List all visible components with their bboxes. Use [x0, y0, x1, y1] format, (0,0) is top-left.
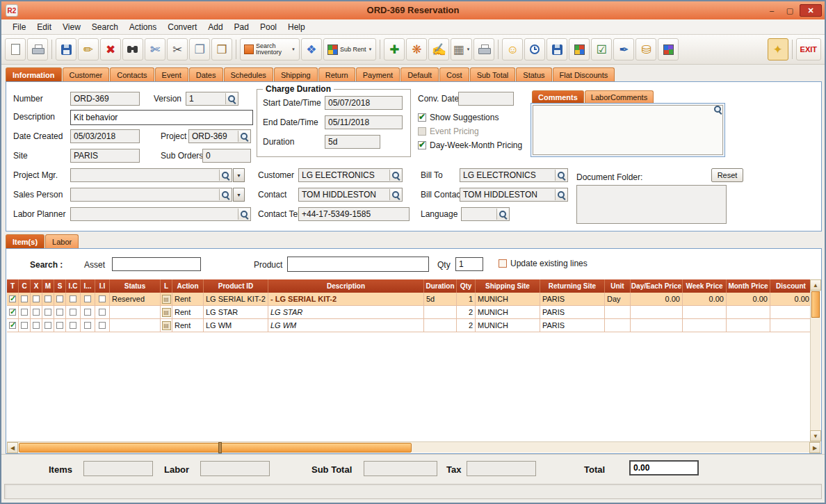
row-checkbox[interactable]	[21, 309, 28, 316]
row-checkbox[interactable]	[56, 322, 63, 329]
cut-line-button[interactable]: ✄	[145, 38, 165, 60]
labor-planner-search-button[interactable]	[238, 209, 250, 220]
scroll-right-button[interactable]: ▶	[809, 442, 820, 453]
row-checkbox[interactable]	[33, 295, 40, 302]
show-suggestions-checkbox[interactable]: Show Suggestions	[418, 113, 499, 122]
sales-person-field[interactable]	[70, 188, 232, 202]
add-line-button[interactable]: ✚	[384, 38, 405, 60]
line-detail-icon[interactable]: ▤	[162, 321, 171, 330]
horizontal-scroll-thumb[interactable]	[19, 443, 412, 453]
tab-customer[interactable]: Customer	[63, 67, 110, 81]
tab-return[interactable]: Return	[318, 67, 355, 81]
crew-button[interactable]: ❋	[406, 38, 427, 60]
copy-button[interactable]: ❐	[189, 38, 210, 60]
menu-item-search[interactable]: Search	[86, 20, 124, 34]
tab-item-s[interactable]: Item(s)	[6, 234, 44, 248]
tab-dates[interactable]: Dates	[189, 67, 223, 81]
row-checkbox[interactable]	[44, 322, 51, 329]
contact-tel-field[interactable]: +44-17-5349-1585	[298, 207, 410, 221]
date-created-field[interactable]: 05/03/2018	[70, 129, 140, 143]
dropdown-arrow-icon[interactable]: ▼	[368, 47, 372, 51]
utilities-button[interactable]	[569, 38, 590, 60]
new-document-button[interactable]	[5, 38, 26, 60]
row-checkbox[interactable]	[21, 295, 28, 302]
tab-schedules[interactable]: Schedules	[224, 67, 273, 81]
site-field[interactable]: PARIS	[70, 149, 140, 163]
close-button[interactable]: ✕	[800, 4, 822, 17]
qty-input[interactable]: 1	[455, 257, 483, 271]
tab-laborcomments[interactable]: LaborComments	[585, 90, 654, 103]
row-checkbox[interactable]	[99, 309, 106, 316]
sub-orders-field[interactable]: 0	[202, 149, 251, 163]
menu-item-file[interactable]: File	[7, 20, 31, 34]
conv-date-field[interactable]	[458, 92, 514, 106]
column-header-0[interactable]: T	[7, 279, 19, 293]
column-header-18[interactable]: Day/Each Price	[631, 279, 683, 293]
bill-to-search-button[interactable]	[555, 170, 567, 181]
column-header-4[interactable]: S	[54, 279, 66, 293]
comments-search-icon[interactable]	[714, 106, 722, 113]
document-folder-box[interactable]	[576, 185, 727, 224]
column-header-10[interactable]: Action	[172, 279, 204, 293]
event-pricing-checkbox[interactable]: Event Pricing	[418, 127, 479, 136]
row-checkbox[interactable]	[84, 295, 91, 302]
row-checkbox[interactable]	[70, 309, 76, 316]
product-input[interactable]	[287, 257, 429, 272]
end-date-field[interactable]: 05/11/2018	[325, 115, 403, 129]
maximize-button[interactable]: ▢	[782, 4, 798, 17]
row-checkbox[interactable]	[44, 295, 51, 302]
edit-note-button[interactable]: ✍	[428, 38, 449, 60]
start-date-field[interactable]: 05/07/2018	[325, 96, 403, 110]
column-header-21[interactable]: Discount	[770, 279, 812, 293]
edit-button[interactable]: ✏	[78, 38, 99, 60]
row-checkbox[interactable]	[84, 309, 91, 316]
row-checkbox[interactable]	[21, 322, 28, 329]
minimize-button[interactable]: –	[763, 4, 780, 17]
reset-button[interactable]: Reset	[711, 168, 743, 182]
column-header-19[interactable]: Week Price	[683, 279, 727, 293]
magic-wand-button[interactable]: ✦	[768, 38, 788, 60]
menu-item-view[interactable]: View	[57, 20, 86, 34]
menu-item-actions[interactable]: Actions	[124, 20, 162, 34]
grid-view-button[interactable]: ▦▼	[451, 38, 472, 60]
print-list-button[interactable]	[473, 38, 494, 60]
menu-item-add[interactable]: Add	[202, 20, 228, 34]
column-header-1[interactable]: C	[19, 279, 31, 293]
tab-contacts[interactable]: Contacts	[110, 67, 154, 81]
vertical-scroll-thumb[interactable]	[811, 291, 820, 318]
column-header-11[interactable]: Product ID	[204, 279, 268, 293]
sales-person-dropdown-button[interactable]: ▼	[233, 188, 245, 202]
menu-item-pad[interactable]: Pad	[229, 20, 254, 34]
tab-flat-discounts[interactable]: Flat Discounts	[553, 67, 615, 81]
column-header-14[interactable]: Qty	[457, 279, 476, 293]
line-detail-icon[interactable]: ▤	[162, 295, 171, 304]
tab-information[interactable]: Information	[6, 67, 62, 81]
column-header-15[interactable]: Shipping Site	[476, 279, 540, 293]
table-row[interactable]: Reserved▤RentLG SERIAL KIT-2- LG SERIAL …	[7, 293, 812, 306]
row-checkbox[interactable]	[33, 309, 40, 316]
version-search-button[interactable]	[225, 93, 237, 104]
customer-search-button[interactable]	[389, 170, 401, 181]
column-header-6[interactable]: I...	[81, 279, 95, 293]
number-field[interactable]: ORD-369	[70, 92, 140, 106]
sub-rent-button[interactable]: Sub Rent▼	[323, 38, 376, 60]
language-field[interactable]	[461, 207, 510, 221]
row-checkbox[interactable]	[99, 295, 106, 302]
row-checkbox[interactable]	[56, 309, 63, 316]
payments-button[interactable]: ⛁	[635, 38, 656, 60]
search-inventory-button[interactable]: Search Inventory▼	[240, 38, 300, 60]
line-detail-icon[interactable]: ▤	[162, 308, 171, 317]
row-checkbox[interactable]	[9, 309, 16, 316]
tab-cost[interactable]: Cost	[439, 67, 469, 81]
tab-payment[interactable]: Payment	[356, 67, 400, 81]
exit-button[interactable]: EXIT	[796, 38, 821, 60]
row-checkbox[interactable]	[99, 322, 106, 329]
menu-item-convert[interactable]: Convert	[162, 20, 202, 34]
menu-item-edit[interactable]: Edit	[31, 20, 57, 34]
comments-box[interactable]	[531, 103, 725, 157]
save-button[interactable]	[56, 38, 76, 60]
column-header-16[interactable]: Returning Site	[540, 279, 605, 293]
table-row[interactable]: ▤RentLG STARLG STAR2MUNICHPARIS	[7, 306, 812, 319]
customer-field[interactable]: LG ELECTRONICS	[298, 168, 403, 182]
language-search-button[interactable]	[496, 209, 508, 220]
